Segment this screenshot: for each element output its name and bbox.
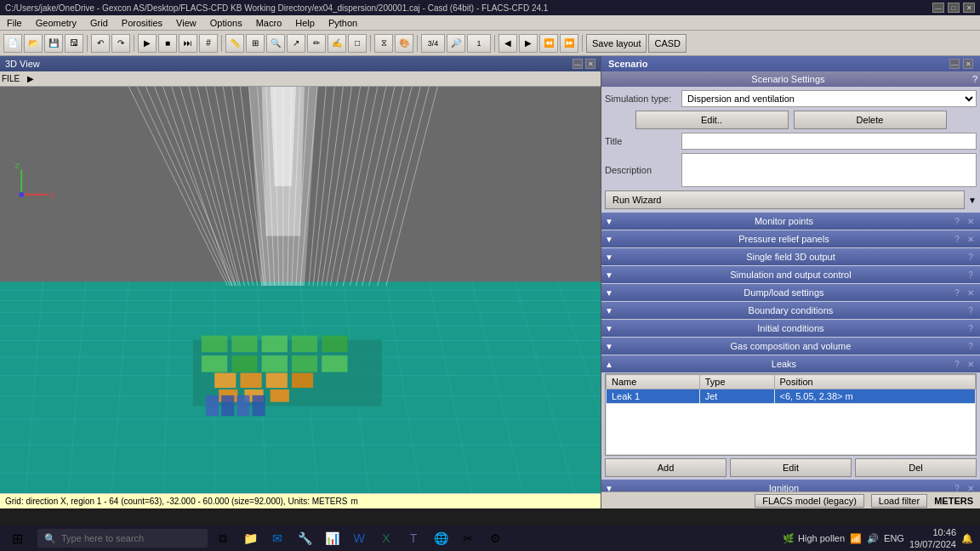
section-gas-comp[interactable]: ▼ Gas composition and volume ? xyxy=(601,338,980,355)
taskbar-teams-icon[interactable]: T xyxy=(402,526,425,550)
tb-next[interactable]: ⏩ xyxy=(560,34,578,53)
section-pressure-help[interactable]: ? xyxy=(951,235,963,244)
section-monitor-help[interactable]: ? xyxy=(951,217,963,226)
taskbar-chrome-icon[interactable]: 🌐 xyxy=(429,526,453,550)
menu-file[interactable]: File xyxy=(3,18,26,28)
section-sim-output[interactable]: ▼ Simulation and output control ? xyxy=(601,266,980,283)
tb-filter[interactable]: ⧖ xyxy=(374,34,393,53)
section-ignition-help[interactable]: ? xyxy=(951,484,963,492)
section-single-field[interactable]: ▼ Single field 3D output ? xyxy=(601,248,980,265)
network-icon[interactable]: 📶 xyxy=(850,533,862,544)
leaks-edit-btn[interactable]: Edit xyxy=(730,458,852,477)
edit-btn[interactable]: Edit.. xyxy=(635,111,789,129)
load-filter-btn[interactable]: Load filter xyxy=(871,494,927,508)
section-boundary[interactable]: ▼ Boundary conditions ? xyxy=(601,302,980,319)
tb-grid[interactable]: # xyxy=(199,34,218,53)
flacs-model-btn[interactable]: FLACS model (legacy) xyxy=(755,494,864,508)
start-button[interactable]: ⊞ xyxy=(0,525,34,551)
section-sim-help[interactable]: ? xyxy=(965,270,977,280)
leaks-del-btn[interactable]: Del xyxy=(855,458,977,477)
leaks-add-btn[interactable]: Add xyxy=(605,458,726,477)
tb-num1[interactable]: 3/4 xyxy=(421,34,445,53)
tb-new[interactable]: 📄 xyxy=(3,34,22,53)
tb-zoom-preset[interactable]: 🔎 xyxy=(447,34,465,53)
section-leaks-close[interactable]: ✕ xyxy=(965,360,977,369)
scenario-minimize-btn[interactable]: — xyxy=(949,59,960,69)
tb-edit[interactable]: ✏ xyxy=(307,34,326,53)
maximize-btn[interactable]: □ xyxy=(948,3,960,13)
time-display[interactable]: 10:46 19/07/2024 xyxy=(909,526,956,551)
view-tb-btn1[interactable]: ▶ xyxy=(24,73,37,84)
scenario-scroll[interactable]: Scenario Settings ? Simulation type: Dis… xyxy=(601,71,980,491)
section-pressure-close[interactable]: ✕ xyxy=(965,235,977,244)
taskbar-explorer-icon[interactable]: 📁 xyxy=(238,526,262,550)
tb-pencil[interactable]: ✍ xyxy=(328,34,346,53)
view-minimize-btn[interactable]: — xyxy=(573,59,583,69)
save-layout-btn[interactable]: Save layout xyxy=(586,34,647,53)
taskbar-app4-icon[interactable]: 📊 xyxy=(320,526,344,550)
section-boundary-help[interactable]: ? xyxy=(965,306,977,315)
section-ignition[interactable]: ▼ Ignition ? ✕ xyxy=(601,480,980,491)
tb-right[interactable]: ▶ xyxy=(519,34,538,53)
tb-view-all[interactable]: ⊞ xyxy=(246,34,265,53)
volume-icon[interactable]: 🔊 xyxy=(867,533,879,544)
section-leaks[interactable]: ▲ Leaks ? ✕ xyxy=(601,355,980,372)
taskbar-search[interactable]: 🔍 xyxy=(37,529,208,548)
run-wizard-btn[interactable]: Run Wizard xyxy=(605,190,965,209)
section-pressure-panels[interactable]: ▼ Pressure relief panels ? ✕ xyxy=(601,230,980,247)
tb-open[interactable]: 📂 xyxy=(24,34,43,53)
tb-num2[interactable]: 1 xyxy=(467,34,491,53)
menu-python[interactable]: Python xyxy=(325,18,361,28)
tb-save2[interactable]: 🖫 xyxy=(65,34,83,53)
section-monitor-close[interactable]: ✕ xyxy=(965,217,977,226)
description-input[interactable] xyxy=(681,153,977,187)
tb-zoom[interactable]: 🔍 xyxy=(266,34,285,53)
settings-help-icon[interactable]: ? xyxy=(972,74,977,84)
section-gas-comp-help[interactable]: ? xyxy=(965,342,977,351)
delete-btn[interactable]: Delete xyxy=(794,111,947,129)
keyboard-layout[interactable]: ENG xyxy=(884,533,904,543)
section-dump-load[interactable]: ▼ Dump/load settings ? ✕ xyxy=(601,284,980,301)
casd-btn[interactable]: CASD xyxy=(648,34,687,53)
menu-grid[interactable]: Grid xyxy=(87,18,111,28)
section-monitor-points[interactable]: ▼ Monitor points ? ✕ xyxy=(601,213,980,230)
menu-help[interactable]: Help xyxy=(292,18,318,28)
tb-undo[interactable]: ↶ xyxy=(91,34,110,53)
table-row[interactable]: Leak 1 Jet <6, 5.05, 2.38> m xyxy=(607,389,976,404)
menu-options[interactable]: Options xyxy=(207,18,246,28)
menu-view[interactable]: View xyxy=(173,18,200,28)
menu-porosities[interactable]: Porosities xyxy=(118,18,166,28)
section-field-help[interactable]: ? xyxy=(965,253,977,262)
taskbar-app3-icon[interactable]: 🔧 xyxy=(293,526,316,550)
taskbar-word-icon[interactable]: W xyxy=(347,526,371,550)
tb-stop[interactable]: ■ xyxy=(158,34,177,53)
section-ignition-close[interactable]: ✕ xyxy=(965,484,977,492)
tb-save[interactable]: 💾 xyxy=(44,34,63,53)
tb-prev[interactable]: ⏪ xyxy=(539,34,558,53)
menu-macro[interactable]: Macro xyxy=(253,18,286,28)
section-leaks-help[interactable]: ? xyxy=(951,360,963,369)
tb-palette[interactable]: 🎨 xyxy=(395,34,413,53)
section-initial[interactable]: ▼ Initial conditions ? xyxy=(601,320,980,337)
tb-measure[interactable]: 📏 xyxy=(225,34,244,53)
tb-redo[interactable]: ↷ xyxy=(111,34,130,53)
taskbar-excel-icon[interactable]: X xyxy=(374,526,398,550)
section-initial-help[interactable]: ? xyxy=(965,324,977,333)
canvas-3d[interactable]: X Z xyxy=(0,87,601,493)
tb-left[interactable]: ◀ xyxy=(499,34,517,53)
tb-select[interactable]: ↗ xyxy=(287,34,305,53)
notifications-btn[interactable]: 🔔 xyxy=(961,533,973,544)
task-view-btn[interactable]: ⧉ xyxy=(211,526,235,550)
scenario-close-btn[interactable]: ✕ xyxy=(963,59,973,69)
view-close-btn[interactable]: ✕ xyxy=(585,59,595,69)
search-input[interactable] xyxy=(61,533,201,543)
menu-geometry[interactable]: Geometry xyxy=(32,18,80,28)
taskbar-app6-icon[interactable]: ⚙ xyxy=(483,526,507,550)
minimize-btn[interactable]: — xyxy=(932,3,944,13)
taskbar-outlook-icon[interactable]: ✉ xyxy=(265,526,289,550)
taskbar-app5-icon[interactable]: ✂ xyxy=(456,526,480,550)
tb-step[interactable]: ⏭ xyxy=(179,34,197,53)
tb-box[interactable]: □ xyxy=(348,34,367,53)
section-dump-help[interactable]: ? xyxy=(951,288,963,298)
section-dump-close[interactable]: ✕ xyxy=(965,288,977,298)
